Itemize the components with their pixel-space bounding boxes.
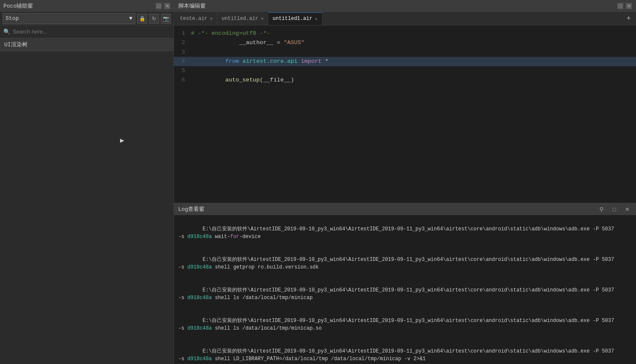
mouse-cursor: ▶ <box>120 136 124 143</box>
tab-label: untitled1.air <box>272 16 312 22</box>
tab-teste[interactable]: teste.air ✕ <box>176 12 217 25</box>
tab-close-icon[interactable]: ✕ <box>315 16 318 22</box>
code-line-6: 6 auto_setup(__file__) <box>174 76 636 85</box>
tab-close-icon[interactable]: ✕ <box>261 16 264 21</box>
search-icon: 🔍 <box>3 28 10 35</box>
log-title: Log查看窗 <box>178 205 205 213</box>
search-input[interactable] <box>13 28 170 35</box>
line-number: 6 <box>174 76 191 85</box>
right-panel: 脚本编辑窗 □ ✕ teste.air ✕ untitled.air ✕ unt… <box>174 0 636 364</box>
line-content: auto_setup(__file__) <box>191 66 636 94</box>
left-panel-buttons: □ ✕ <box>156 3 170 9</box>
log-section: Log查看窗 ⚲ □ ✕ E:\自己安装的软件\AirtestIDE_2019-… <box>174 203 636 364</box>
cursor-area: ▶ <box>0 51 174 364</box>
poco-title: Poco辅助窗 <box>3 2 33 10</box>
close-button[interactable]: ✕ <box>164 3 170 9</box>
editor-close-button[interactable]: ✕ <box>626 3 632 9</box>
log-close-button[interactable]: ✕ <box>622 205 632 213</box>
code-line-4: 4 from airtest.core.api import * <box>174 57 636 66</box>
editor-title: 脚本编辑窗 <box>178 2 206 10</box>
log-title-buttons: ⚲ □ ✕ <box>597 205 632 213</box>
log-line: E:\自己安装的软件\AirtestIDE_2019-09-10_py3_win… <box>178 309 632 340</box>
stop-label: Stop <box>6 15 19 22</box>
tab-close-icon[interactable]: ✕ <box>210 16 213 21</box>
tab-untitled[interactable]: untitled.air ✕ <box>217 12 268 25</box>
tab-label: untitled.air <box>221 16 258 22</box>
code-line-2: 2 __author__ = "ASUS" <box>174 38 636 48</box>
tab-bar: teste.air ✕ untitled.air ✕ untitled1.air… <box>174 12 636 25</box>
line-number: 3 <box>174 48 191 57</box>
log-filter-button[interactable]: ⚲ <box>597 205 606 213</box>
stop-bar: Stop ▼ 🔒 ↻ 📷 <box>0 12 174 25</box>
log-content[interactable]: E:\自己安装的软件\AirtestIDE_2019-09-10_py3_win… <box>174 215 636 364</box>
add-tab-button[interactable]: + <box>621 14 636 23</box>
search-bar: 🔍 <box>0 25 174 38</box>
editor-title-buttons: □ ✕ <box>617 3 632 9</box>
log-line: E:\自己安装的软件\AirtestIDE_2019-09-10_py3_win… <box>178 279 632 309</box>
left-panel: Poco辅助窗 □ ✕ Stop ▼ 🔒 ↻ 📷 🔍 UI渲染树 ▶ <box>0 0 174 364</box>
log-line: E:\自己安装的软件\AirtestIDE_2019-09-10_py3_win… <box>178 218 632 248</box>
line-number: 5 <box>174 66 191 76</box>
log-line: E:\自己安装的软件\AirtestIDE_2019-09-10_py3_win… <box>178 340 632 364</box>
editor-restore-button[interactable]: □ <box>617 3 623 9</box>
refresh-button[interactable]: ↻ <box>149 14 159 24</box>
screenshot-button[interactable]: 📷 <box>161 14 171 24</box>
line-number: 4 <box>174 57 191 66</box>
log-restore-button[interactable]: □ <box>610 205 619 213</box>
log-title-bar: Log查看窗 ⚲ □ ✕ <box>174 203 636 215</box>
log-line: E:\自己安装的软件\AirtestIDE_2019-09-10_py3_win… <box>178 248 632 279</box>
stop-dropdown[interactable]: Stop ▼ <box>3 13 135 24</box>
dropdown-arrow-icon: ▼ <box>129 15 132 22</box>
editor-title-bar: 脚本编辑窗 □ ✕ <box>174 0 636 12</box>
code-editor: 1 # -*- encoding=utf8 -*- 2 __author__ =… <box>174 25 636 203</box>
line-number: 1 <box>174 29 191 38</box>
restore-button[interactable]: □ <box>156 3 162 9</box>
left-panel-title-bar: Poco辅助窗 □ ✕ <box>0 0 174 12</box>
line-number: 2 <box>174 38 191 48</box>
lock-button[interactable]: 🔒 <box>137 14 147 24</box>
tab-label: teste.air <box>180 16 207 22</box>
ui-tree-label: UI渲染树 <box>0 38 174 51</box>
editor-section: 脚本编辑窗 □ ✕ teste.air ✕ untitled.air ✕ unt… <box>174 0 636 203</box>
tab-untitled1[interactable]: untitled1.air ✕ <box>268 12 322 25</box>
